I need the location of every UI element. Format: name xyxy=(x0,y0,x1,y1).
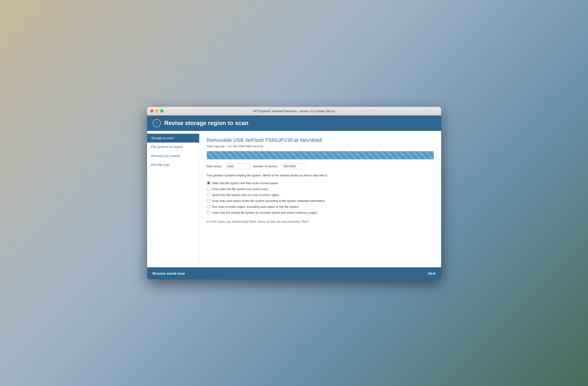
sidebar-item-recovery-by-content[interactable]: Recovery by content xyxy=(147,152,199,161)
number-of-sectors-input[interactable] xyxy=(281,163,306,169)
radio-label-6: Scan only the current file system (to in… xyxy=(212,211,317,214)
radio-input-6[interactable] xyxy=(207,211,210,214)
start-sector-label: Start sector: xyxy=(207,164,223,168)
storage-bar xyxy=(207,151,434,159)
device-title: Removable USB JetFlash TS8GJFV30 at /dev… xyxy=(207,137,434,143)
radio-option-1[interactable]: Index this file system and then scan unu… xyxy=(207,181,434,185)
window-title: UFS Explorer Standard Recovery - version… xyxy=(253,109,335,113)
close-button[interactable] xyxy=(150,109,153,113)
page-title: Revise storage region to scan xyxy=(164,120,249,127)
application-window: UFS Explorer Standard Recovery - version… xyxy=(147,107,441,279)
radio-option-2[interactable]: Only index this file system (run quick s… xyxy=(207,187,434,191)
next-button[interactable]: Next xyxy=(428,270,436,276)
radio-option-6[interactable]: Scan only the current file system (to in… xyxy=(207,211,434,214)
minimize-button[interactable] xyxy=(155,109,158,113)
radio-input-5[interactable] xyxy=(207,205,210,208)
main-content: Storage to scan File systems to search R… xyxy=(147,131,441,267)
back-button[interactable]: ← xyxy=(153,119,161,127)
sidebar: Storage to scan File systems to search R… xyxy=(147,131,199,267)
hint-text: In most cases, you should keep these val… xyxy=(207,220,434,223)
title-bar: UFS Explorer Standard Recovery - version… xyxy=(147,107,441,116)
radio-label-1: Index this file system and then scan unu… xyxy=(212,182,278,185)
content-area: Removable USB JetFlash TS8GJFV30 at /dev… xyxy=(199,131,441,267)
radio-option-4[interactable]: Scan only used space of this file system… xyxy=(207,199,434,203)
radio-input-3[interactable] xyxy=(207,193,210,197)
sidebar-item-storage-to-scan[interactable]: Storage to scan xyxy=(147,134,199,143)
footer-bar: Resume saved scan Next xyxy=(147,267,441,279)
maximize-button[interactable] xyxy=(160,109,164,113)
radio-input-1[interactable] xyxy=(207,181,210,185)
radio-label-2: Only index this file system (run quick s… xyxy=(212,187,268,191)
radio-input-2[interactable] xyxy=(207,187,210,191)
total-capacity: Total capacity: 7.62 GB (15974400 sector… xyxy=(207,144,434,148)
resume-saved-scan-button[interactable]: Resume saved scan xyxy=(153,270,185,276)
radio-label-5: Run scan of entire region, excluding use… xyxy=(212,205,299,208)
back-icon: ← xyxy=(155,121,159,125)
radio-option-3[interactable]: Ignore this file system and run scan of … xyxy=(207,193,434,197)
radio-group: Index this file system and then scan unu… xyxy=(207,181,434,214)
sidebar-item-run-the-scan[interactable]: Run the scan xyxy=(147,161,199,170)
partition-info: This partition contains existing file sy… xyxy=(207,173,434,178)
radio-option-5[interactable]: Run scan of entire region, excluding use… xyxy=(207,205,434,208)
header-bar: ← Revise storage region to scan xyxy=(147,116,441,131)
sector-row: Start sector: Number of sectors: xyxy=(207,163,434,169)
start-sector-input[interactable] xyxy=(225,163,250,169)
number-of-sectors-label: Number of sectors: xyxy=(253,164,278,168)
radio-input-4[interactable] xyxy=(207,199,210,203)
traffic-lights xyxy=(150,109,164,113)
sidebar-item-file-systems[interactable]: File systems to search xyxy=(147,142,199,152)
radio-label-4: Scan only used space of this file system… xyxy=(212,199,325,203)
radio-label-3: Ignore this file system and run scan of … xyxy=(212,193,279,197)
